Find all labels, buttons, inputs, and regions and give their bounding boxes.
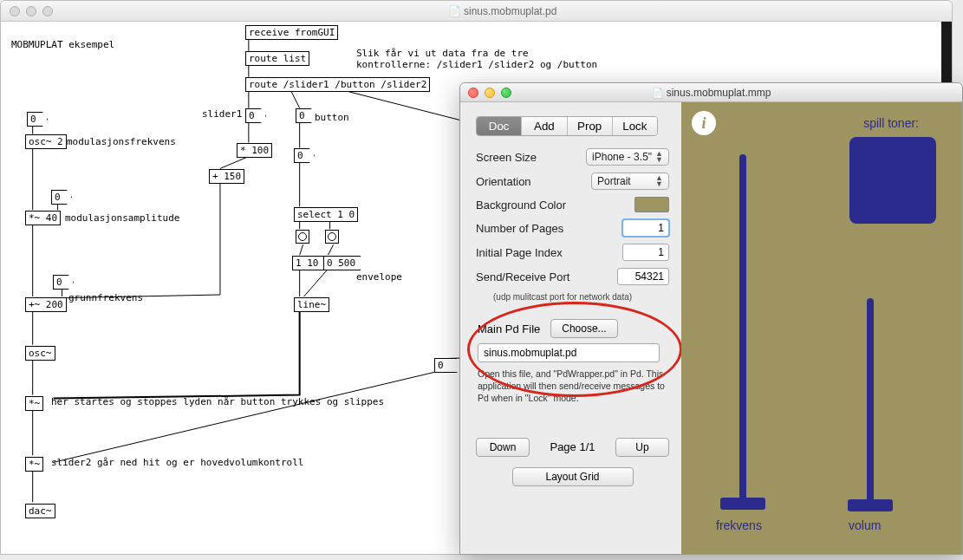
pd-close[interactable]: [10, 6, 20, 16]
slider-volum[interactable]: [850, 298, 890, 518]
label-envelope: envelope: [356, 271, 402, 283]
device-preview[interactable]: i spill toner: frekvens volum: [681, 102, 962, 554]
tab-prop[interactable]: Prop: [568, 117, 613, 135]
nbx-button-top[interactable]: 0: [296, 108, 316, 123]
page-up-button[interactable]: Up: [615, 438, 669, 457]
config-pane: Doc Add Prop Lock Screen Size iPhone - 3…: [460, 102, 681, 554]
obj-times-100[interactable]: * 100: [237, 143, 272, 158]
orientation-select[interactable]: Portrait ▲▼: [591, 173, 669, 190]
port-label: Send/Receive Port: [476, 270, 617, 283]
slider-frekvens[interactable]: [723, 154, 763, 518]
obj-route-sliders[interactable]: route /slider1 /button /slider2: [245, 77, 430, 92]
nbx-modamp[interactable]: 0: [51, 190, 72, 205]
layout-grid-button[interactable]: Layout Grid: [512, 467, 634, 486]
port-hint: (udp mulitcast port for network data): [493, 292, 669, 302]
msg-1-10[interactable]: 1 10: [292, 256, 324, 270]
obj-osc2[interactable]: osc~ 2: [25, 134, 67, 149]
editor-window: sinus.mobmuplat.mmp Doc Add Prop Lock Sc…: [459, 82, 963, 555]
tab-doc[interactable]: Doc: [477, 117, 522, 135]
svg-line-3: [291, 91, 300, 108]
svg-line-11: [300, 244, 303, 255]
editor-tabs[interactable]: Doc Add Prop Lock: [476, 116, 658, 136]
numpages-field[interactable]: [622, 219, 669, 237]
canvas-heading: MOBMUPLAT eksempel: [11, 39, 114, 50]
obj-times40[interactable]: *~ 40: [25, 211, 61, 225]
pd-traffic-lights[interactable]: [10, 6, 53, 16]
svg-line-15: [54, 371, 441, 463]
obj-select[interactable]: select 1 0: [294, 207, 358, 222]
page-down-button[interactable]: Down: [476, 438, 530, 457]
numpages-label: Number of Pages: [476, 222, 622, 235]
screen-size-select[interactable]: iPhone - 3.5" ▲▼: [586, 148, 669, 166]
tab-lock[interactable]: Lock: [613, 117, 657, 135]
obj-osc[interactable]: osc~: [25, 346, 55, 361]
label-volum: volum: [849, 518, 881, 532]
label-modamp: modulasjonsamplitude: [65, 212, 179, 224]
main-pd-section: Main Pd File Choose... Open this file, a…: [476, 314, 669, 413]
orientation-value: Portrait: [597, 175, 631, 187]
mainpd-explain: Open this file, and "PdWrapper.pd" in Pd…: [478, 368, 667, 405]
nbx-button-mid[interactable]: 0: [294, 148, 315, 163]
screen-size-label: Screen Size: [476, 151, 586, 164]
obj-dac[interactable]: dac~: [25, 504, 55, 518]
tab-add[interactable]: Add: [522, 117, 567, 135]
bgcolor-label: Background Color: [476, 199, 634, 212]
comment-line-1: Slik får vi ut data fra de tre: [356, 48, 529, 59]
port-field[interactable]: [617, 268, 669, 285]
obj-plus200[interactable]: +~ 200: [25, 297, 67, 312]
obj-line[interactable]: line~: [294, 297, 329, 312]
bang-off[interactable]: [325, 230, 339, 244]
nbx-grunn[interactable]: 0: [53, 275, 74, 290]
label-slider1: slider1: [202, 108, 242, 120]
comment-start: her startes og stoppes lyden når button …: [51, 396, 384, 407]
nbx-volume[interactable]: 0: [434, 358, 462, 373]
page-indicator: Page 1/1: [537, 440, 608, 453]
comment-vol: slider2 går ned hit og er hovedvolumkont…: [51, 457, 303, 468]
obj-route-list[interactable]: route list: [245, 51, 309, 66]
pd-titlebar[interactable]: sinus.mobmuplat.pd: [1, 1, 952, 22]
editor-window-title: sinus.mobmuplat.mmp: [460, 87, 962, 99]
comment-line-2: kontrollerne: /slider1 /slider2 og /butt…: [356, 59, 597, 70]
pd-window-title: sinus.mobmuplat.pd: [53, 5, 952, 17]
label-button: button: [315, 112, 349, 123]
obj-receive[interactable]: receive fromGUI: [245, 25, 338, 40]
choose-button[interactable]: Choose...: [550, 319, 617, 338]
obj-mul1[interactable]: *~: [25, 396, 43, 411]
obj-mul2[interactable]: *~: [25, 457, 43, 472]
button-pad[interactable]: [849, 137, 936, 224]
nbx-slider1[interactable]: 0: [245, 108, 266, 123]
nbx-modfreq[interactable]: 0: [27, 112, 48, 127]
bgcolor-swatch[interactable]: [634, 197, 669, 212]
label-modfreq: modulasjonsfrekvens: [67, 136, 176, 147]
orientation-label: Orientation: [476, 175, 591, 188]
pd-minimize[interactable]: [26, 6, 36, 16]
svg-line-6: [220, 156, 249, 168]
bang-on[interactable]: [296, 230, 309, 244]
svg-line-14: [304, 269, 329, 296]
obj-plus-150[interactable]: + 150: [209, 169, 244, 184]
pager: Down Page 1/1 Up: [476, 438, 669, 457]
screen-size-value: iPhone - 3.5": [592, 151, 652, 163]
mainpd-label: Main Pd File: [478, 322, 540, 335]
updown-icon: ▲▼: [655, 175, 663, 187]
label-frekvens: frekvens: [716, 518, 762, 532]
updown-icon: ▲▼: [655, 151, 663, 163]
pdfile-field[interactable]: [478, 343, 660, 362]
editor-titlebar[interactable]: sinus.mobmuplat.mmp: [460, 83, 962, 102]
msg-0-500[interactable]: 0 500: [323, 256, 361, 270]
info-icon[interactable]: i: [692, 111, 716, 135]
initpage-label: Initial Page Index: [476, 246, 622, 259]
svg-line-12: [329, 244, 334, 255]
label-grunn: grunnfrekvens: [68, 292, 143, 303]
initpage-field[interactable]: [622, 244, 669, 261]
device-title: spill toner:: [863, 116, 919, 130]
pd-zoom[interactable]: [42, 6, 53, 16]
